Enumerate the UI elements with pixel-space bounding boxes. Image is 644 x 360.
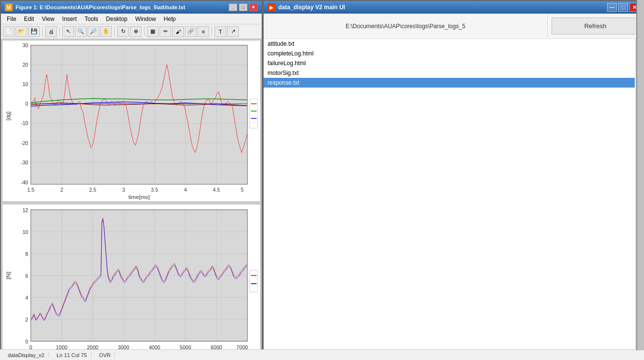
svg-text:10: 10 xyxy=(22,82,28,88)
figure-window: M Figure 1: E:\Documents\AUAP\cores\logs… xyxy=(0,0,263,360)
toolbar-pan-btn[interactable]: ✋ xyxy=(100,26,112,37)
toolbar-save-btn[interactable]: 💾 xyxy=(28,26,40,37)
svg-text:2: 2 xyxy=(25,316,28,322)
file-items-container: attitude.txtcompleteLog.htmlfailureLog.h… xyxy=(264,39,635,88)
svg-text:20: 20 xyxy=(22,62,28,68)
svg-text:3.5: 3.5 xyxy=(151,187,158,193)
dd-minimize-btn[interactable]: — xyxy=(607,3,617,12)
svg-text:time[ms]: time[ms] xyxy=(128,194,150,200)
figure-minimize-btn[interactable]: _ xyxy=(229,3,237,11)
top-plot-svg: 30 20 10 0 -10 -20 -30 -40 1.5 2 2.5 3 3… xyxy=(2,40,260,201)
toolbar-sep3 xyxy=(114,27,115,36)
svg-text:4.5: 4.5 xyxy=(213,187,220,193)
status-position: Ln 11 Col 75 xyxy=(53,352,91,358)
toolbar-zoom-out-btn[interactable]: 🔎 xyxy=(88,26,99,37)
figure-maximize-btn[interactable]: □ xyxy=(239,3,248,11)
svg-text:5: 5 xyxy=(241,187,244,193)
menu-file[interactable]: File xyxy=(3,15,20,23)
menu-window[interactable]: Window xyxy=(131,15,160,23)
file-item[interactable]: completeLog.html xyxy=(264,49,635,58)
svg-text:-10: -10 xyxy=(21,121,29,126)
svg-text:0: 0 xyxy=(25,102,28,107)
dd-title: data_display V2 main UI xyxy=(278,4,607,11)
toolbar-sep5 xyxy=(212,27,212,36)
matlab-icon: M xyxy=(5,3,13,11)
svg-text:6: 6 xyxy=(25,272,28,278)
menu-tools[interactable]: Tools xyxy=(81,15,102,23)
toolbar-print-btn[interactable]: 🖨 xyxy=(45,26,57,37)
figure-titlebar-buttons: _ □ ✕ xyxy=(229,3,258,11)
svg-text:2: 2 xyxy=(60,187,63,193)
dd-path: E:\Documents\AUAP\cores\logs\Parse_logs_… xyxy=(264,14,548,38)
dd-file-list[interactable]: attitude.txtcompleteLog.htmlfailureLog.h… xyxy=(264,39,643,349)
toolbar-brush-btn[interactable]: 🖌 xyxy=(172,26,184,37)
menu-help[interactable]: Help xyxy=(160,15,180,23)
svg-text:3: 3 xyxy=(122,187,125,193)
figure-toolbar: 📄 📂 💾 🖨 ↖ 🔍 🔎 ✋ ↻ ⊕ ▦ ✏ 🖌 🔗 ≡ T ↗ xyxy=(1,24,262,39)
menu-desktop[interactable]: Desktop xyxy=(102,15,131,23)
plots-area: 30 20 10 0 -10 -20 -30 -40 1.5 2 2.5 3 3… xyxy=(1,39,262,359)
toolbar-legend-btn[interactable]: ≡ xyxy=(197,26,209,37)
toolbar-editplot-btn[interactable]: ✏ xyxy=(160,26,171,37)
refresh-button[interactable]: Refresh xyxy=(552,18,639,35)
status-mode: OVR xyxy=(95,352,115,358)
svg-text:1.5: 1.5 xyxy=(27,187,35,193)
toolbar-insert-text-btn[interactable]: T xyxy=(215,26,226,37)
svg-rect-0 xyxy=(31,45,247,184)
svg-text:4: 4 xyxy=(184,187,187,193)
svg-rect-70 xyxy=(250,270,258,292)
data-display-window: ▶ data_display V2 main UI — □ ✕ E:\Docum… xyxy=(263,0,644,350)
dd-maximize-btn[interactable]: □ xyxy=(618,3,628,12)
menu-insert[interactable]: Insert xyxy=(58,15,81,23)
svg-text:10: 10 xyxy=(22,229,28,234)
dd-titlebar: ▶ data_display V2 main UI — □ ✕ xyxy=(264,1,643,14)
svg-text:-30: -30 xyxy=(21,160,29,165)
bottom-plot-svg: 12 10 8 6 4 2 0 0 1000 2000 3000 4000 50… xyxy=(2,204,260,358)
toolbar-sep1 xyxy=(42,27,43,36)
file-item[interactable]: attitude.txt xyxy=(264,39,635,49)
dd-titlebar-buttons: — □ ✕ xyxy=(607,3,639,12)
menu-view[interactable]: View xyxy=(38,15,58,23)
dd-header: E:\Documents\AUAP\cores\logs\Parse_logs_… xyxy=(264,14,643,39)
svg-text:8: 8 xyxy=(25,251,28,256)
top-plot-container[interactable]: 30 20 10 0 -10 -20 -30 -40 1.5 2 2.5 3 3… xyxy=(2,40,261,202)
toolbar-new-btn[interactable]: 📄 xyxy=(3,26,15,37)
status-app-name: dataDisplay_v2 xyxy=(4,352,49,358)
dd-icon: ▶ xyxy=(268,3,275,11)
svg-text:12: 12 xyxy=(22,207,28,213)
toolbar-sep2 xyxy=(59,27,60,36)
svg-text:[N]: [N] xyxy=(5,271,12,279)
toolbar-open-btn[interactable]: 📂 xyxy=(16,26,27,37)
bottom-plot-container[interactable]: 12 10 8 6 4 2 0 0 1000 2000 3000 4000 50… xyxy=(2,204,261,358)
toolbar-datacursor-btn[interactable]: ⊕ xyxy=(130,26,142,37)
file-item[interactable]: response.txt xyxy=(264,78,635,88)
window-resize-edge[interactable] xyxy=(636,0,644,350)
toolbar-link-btn[interactable]: 🔗 xyxy=(185,26,197,37)
figure-title: Figure 1: E:\Documents\AUAP\cores\logs\P… xyxy=(16,4,229,10)
toolbar-arrow-btn[interactable]: ↖ xyxy=(62,26,74,37)
svg-text:30: 30 xyxy=(22,43,28,48)
menu-edit[interactable]: Edit xyxy=(20,15,38,23)
file-item[interactable]: failureLog.html xyxy=(264,58,635,68)
toolbar-zoom-in-btn[interactable]: 🔍 xyxy=(75,26,87,37)
status-bar: dataDisplay_v2 Ln 11 Col 75 OVR xyxy=(0,349,644,360)
figure-titlebar: M Figure 1: E:\Documents\AUAP\cores\logs… xyxy=(1,1,262,14)
toolbar-insert-arrow-btn[interactable]: ↗ xyxy=(227,26,239,37)
svg-rect-34 xyxy=(250,99,258,128)
svg-text:4: 4 xyxy=(25,294,28,300)
svg-text:2.5: 2.5 xyxy=(89,187,96,193)
toolbar-sep4 xyxy=(144,27,144,36)
figure-menubar: File Edit View Insert Tools Desktop Wind… xyxy=(1,14,262,24)
svg-text:0: 0 xyxy=(25,338,28,344)
toolbar-rotate-btn[interactable]: ↻ xyxy=(117,26,129,37)
toolbar-colorbar-btn[interactable]: ▦ xyxy=(147,26,159,37)
figure-close-btn[interactable]: ✕ xyxy=(249,3,258,11)
file-item[interactable]: motorSig.txt xyxy=(264,68,635,78)
dd-content-area: attitude.txtcompleteLog.htmlfailureLog.h… xyxy=(264,39,643,349)
svg-text:[dg]: [dg] xyxy=(5,111,11,120)
svg-text:-20: -20 xyxy=(21,141,29,146)
svg-text:-40: -40 xyxy=(21,180,29,185)
